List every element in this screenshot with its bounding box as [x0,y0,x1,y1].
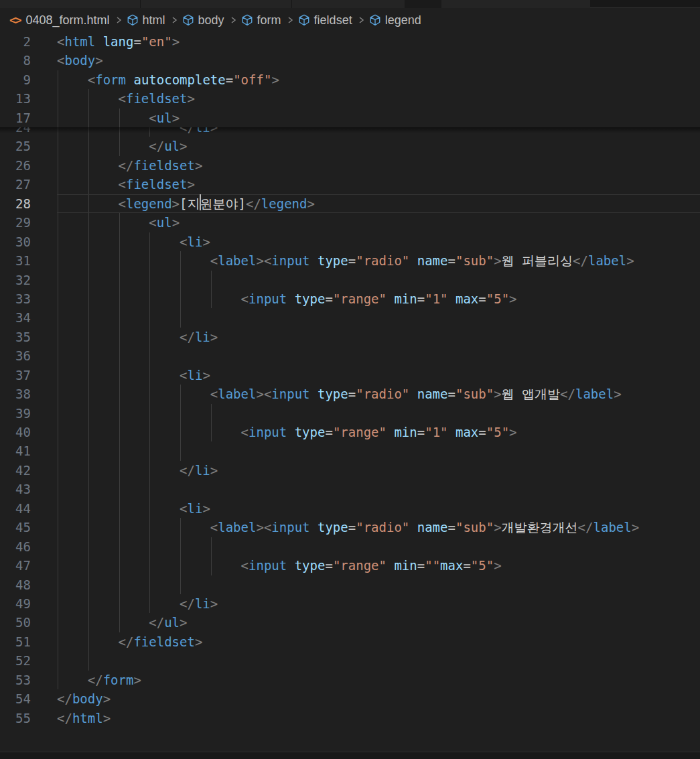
code-line[interactable]: 43 [0,480,700,498]
code-line[interactable]: 46 [0,537,700,556]
breadcrumb-item-body[interactable]: body [182,13,224,27]
line-number[interactable]: 2 [0,32,31,51]
code-line[interactable]: 27 <fieldset> [0,175,700,194]
code-editor[interactable]: 24 </li>25 </ul>26 </fieldset>27 <fields… [0,118,700,728]
indent-guide [119,575,120,594]
breadcrumb-item-fieldset[interactable]: fieldset [298,13,352,27]
line-number[interactable]: 44 [0,499,31,518]
code-line[interactable]: 26 </fieldset> [0,156,700,175]
line-number[interactable]: 54 [0,689,31,708]
sticky-line[interactable]: 17 <ul> [0,109,700,127]
indent-guide [119,441,120,460]
line-number[interactable]: 8 [0,51,31,70]
code-line[interactable]: 53 </form> [0,671,700,689]
indent-guide [88,441,89,460]
code-line[interactable]: 32 [0,271,700,289]
indent-guide [58,537,58,556]
indent-guide [58,441,58,460]
line-number[interactable]: 41 [0,441,31,460]
line-number[interactable]: 26 [0,156,31,175]
line-number[interactable]: 55 [0,709,31,728]
breadcrumb-file[interactable]: 0408_form.html [25,13,109,27]
code-line[interactable]: 38 <label><input type="radio" name="sub"… [0,385,700,403]
code-line[interactable]: 28 <legend>[지원분야]</legend> [0,194,700,213]
line-number[interactable]: 29 [0,213,31,232]
line-number[interactable]: 35 [0,328,31,346]
line-number[interactable]: 52 [0,651,31,670]
code-line[interactable]: 42 </li> [0,461,700,480]
line-number[interactable]: 43 [0,480,31,498]
line-number[interactable]: 25 [0,137,31,155]
code-line[interactable]: 45 <label><input type="radio" name="sub"… [0,518,700,537]
breadcrumb-item-legend[interactable]: legend [369,13,421,27]
code-line[interactable]: 50 </ul> [0,613,700,632]
line-number[interactable]: 53 [0,671,31,689]
sticky-line[interactable]: 2<html lang="en"> [0,32,700,51]
code-line[interactable]: 55</html> [0,709,700,728]
line-number[interactable]: 36 [0,346,31,365]
line-number[interactable]: 28 [0,194,31,213]
line-number[interactable]: 42 [0,461,31,480]
tab-dark-segment [405,0,441,8]
line-number[interactable]: 39 [0,404,31,423]
tab-separator [291,0,292,8]
html-file-icon: <> [9,13,20,27]
code-text: <label><input type="radio" name="sub">웹 … [57,251,634,270]
line-number[interactable]: 34 [0,308,31,327]
line-number[interactable]: 13 [0,89,31,108]
sticky-line[interactable]: 8<body> [0,51,700,70]
line-number[interactable]: 38 [0,385,31,403]
line-number[interactable]: 50 [0,613,31,632]
code-line[interactable]: 25 </ul> [0,137,700,155]
line-number[interactable]: 45 [0,518,31,537]
code-line[interactable]: 49 </li> [0,594,700,613]
breadcrumb-item-html[interactable]: html [127,13,165,27]
code-text: </li> [57,461,218,480]
breadcrumb-label: form [257,13,281,27]
code-text: </body> [57,689,111,708]
code-line[interactable]: 37 <li> [0,366,700,385]
line-number[interactable]: 32 [0,271,31,289]
code-line[interactable]: 39 [0,404,700,423]
code-line[interactable]: 52 [0,651,700,670]
sticky-line[interactable]: 9 <form autocomplete="off"> [0,70,700,89]
chevron-right-icon [116,15,122,25]
code-line[interactable]: 51 </fieldset> [0,632,700,651]
code-line[interactable]: 41 [0,441,700,460]
line-number[interactable]: 27 [0,175,31,194]
breadcrumb-label: fieldset [314,13,352,27]
breadcrumb-item-form[interactable]: form [241,13,281,27]
line-number[interactable]: 48 [0,575,31,594]
indent-guide [119,308,120,327]
line-number[interactable]: 51 [0,632,31,651]
code-line[interactable]: 35 </li> [0,328,700,346]
line-number[interactable]: 9 [0,70,31,89]
indent-guide [119,404,120,423]
chevron-right-icon [358,15,364,25]
line-number[interactable]: 37 [0,366,31,385]
code-line[interactable]: 47 <input type="range" min=""max="5"> [0,556,700,575]
tab-bar-empty-area [590,0,700,8]
indent-guide [58,575,58,594]
line-number[interactable]: 40 [0,423,31,441]
line-number[interactable]: 47 [0,556,31,575]
line-number[interactable]: 49 [0,594,31,613]
sticky-line[interactable]: 13 <fieldset> [0,89,700,108]
code-line[interactable]: 33 <input type="range" min="1" max="5"> [0,289,700,308]
code-line[interactable]: 34 [0,308,700,327]
code-line[interactable]: 48 [0,575,700,594]
code-line[interactable]: 40 <input type="range" min="1" max="5"> [0,423,700,441]
cube-icon [127,14,139,26]
code-line[interactable]: 54</body> [0,689,700,708]
line-number[interactable]: 30 [0,232,31,251]
line-number[interactable]: 46 [0,537,31,556]
code-line[interactable]: 30 <li> [0,232,700,251]
line-number[interactable]: 33 [0,289,31,308]
code-text: </html> [57,709,111,728]
code-line[interactable]: 31 <label><input type="radio" name="sub"… [0,251,700,270]
code-line[interactable]: 44 <li> [0,499,700,518]
line-number[interactable]: 17 [0,109,31,127]
line-number[interactable]: 31 [0,251,31,270]
code-line[interactable]: 36 [0,346,700,365]
code-line[interactable]: 29 <ul> [0,213,700,232]
